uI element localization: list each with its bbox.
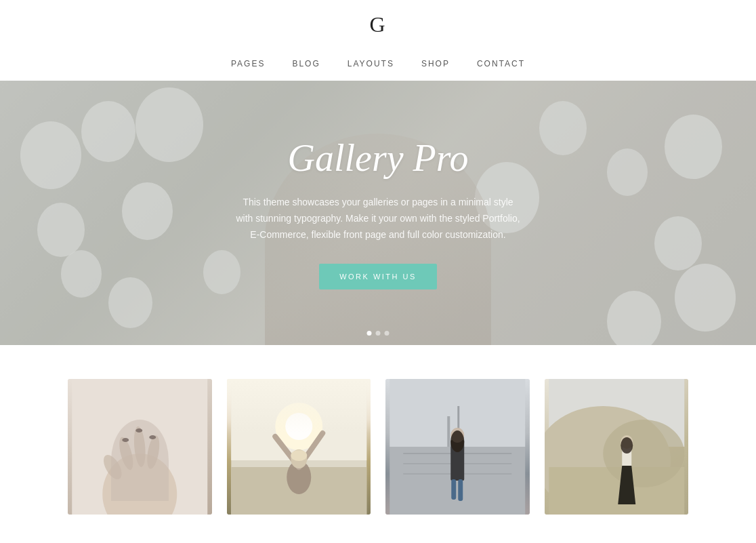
gallery-image-3 xyxy=(385,379,530,515)
main-nav: PAGES BLOG LAYOUTS SHOP CONTACT xyxy=(231,49,525,81)
gallery-item-4[interactable] xyxy=(545,379,689,515)
svg-point-38 xyxy=(621,437,633,454)
gallery-section xyxy=(0,345,756,515)
svg-point-12 xyxy=(285,413,312,440)
gallery-image-4 xyxy=(545,379,689,515)
svg-point-6 xyxy=(122,438,129,442)
svg-point-2 xyxy=(117,436,135,471)
svg-point-34 xyxy=(603,420,684,487)
nav-item-shop[interactable]: SHOP xyxy=(421,59,450,68)
gallery-item-2[interactable] xyxy=(227,379,371,515)
hero-dot-2[interactable] xyxy=(376,331,381,336)
nav-item-layouts[interactable]: LAYOUTS xyxy=(348,59,394,68)
gallery-item-1[interactable] xyxy=(68,379,212,515)
gallery-grid xyxy=(68,379,688,515)
svg-rect-0 xyxy=(72,379,207,515)
site-logo: G xyxy=(369,12,386,37)
hero-subtitle: This theme showcases your galleries or p… xyxy=(236,195,520,243)
svg-point-3 xyxy=(133,426,147,467)
svg-rect-28 xyxy=(458,479,463,501)
hero-title: Gallery Pro xyxy=(288,136,469,180)
gallery-image-2 xyxy=(227,379,371,515)
svg-rect-27 xyxy=(451,479,456,500)
work-with-us-button[interactable]: WORK WITH US xyxy=(319,264,437,289)
svg-point-1 xyxy=(102,454,177,515)
nav-item-blog[interactable]: BLOG xyxy=(292,59,320,68)
nav-item-contact[interactable]: CONTACT xyxy=(477,59,525,68)
hero-dots xyxy=(367,331,390,336)
svg-point-7 xyxy=(135,428,142,433)
hero-content: Gallery Pro This theme showcases your ga… xyxy=(100,136,656,289)
gallery-item-3[interactable] xyxy=(385,379,530,515)
hero-section: Gallery Pro This theme showcases your ga… xyxy=(0,81,756,345)
svg-rect-24 xyxy=(447,416,450,447)
svg-point-30 xyxy=(450,430,464,452)
nav-item-pages[interactable]: PAGES xyxy=(231,59,265,68)
svg-point-8 xyxy=(149,435,156,439)
gallery-image-1 xyxy=(68,379,212,515)
svg-point-4 xyxy=(145,435,161,470)
site-header: G PAGES BLOG LAYOUTS SHOP CONTACT xyxy=(0,0,756,81)
hero-dot-3[interactable] xyxy=(385,331,390,336)
hero-dot-1[interactable] xyxy=(367,331,372,336)
svg-point-18 xyxy=(291,450,307,461)
